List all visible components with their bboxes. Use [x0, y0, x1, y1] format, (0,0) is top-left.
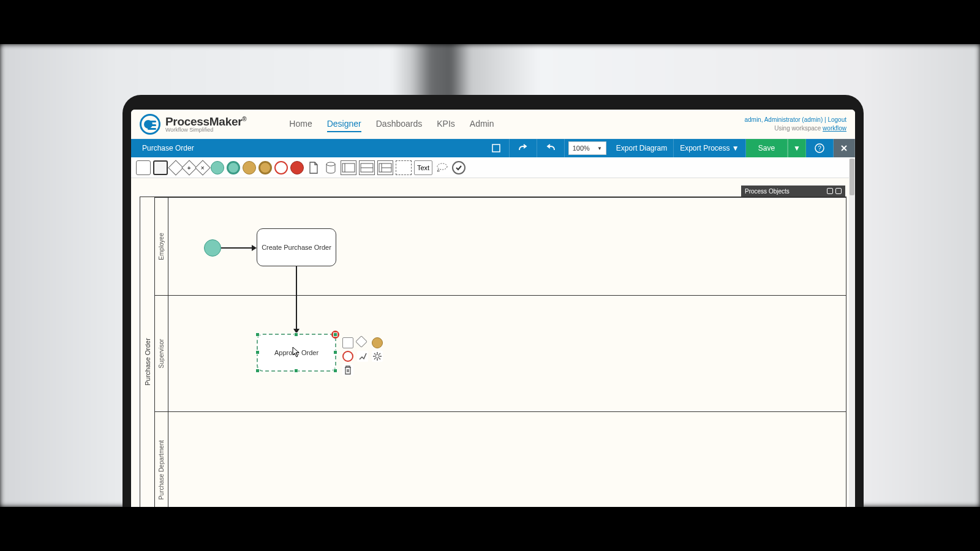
svg-line-19	[374, 358, 375, 359]
logo-icon	[140, 114, 160, 135]
panel-close-icon[interactable]	[835, 188, 842, 194]
brand-name: ProcessMaker®	[165, 116, 246, 127]
ctx-task-icon[interactable]	[342, 337, 353, 348]
edge-create-to-approve	[296, 266, 297, 330]
screen: ProcessMaker® Workflow Simplified Home D…	[131, 110, 855, 551]
letterbox-top	[0, 0, 980, 44]
redo-button[interactable]	[510, 139, 537, 157]
app-header: ProcessMaker® Workflow Simplified Home D…	[131, 110, 855, 139]
svg-line-20	[379, 353, 380, 354]
process-objects-title: Process Objects	[745, 188, 790, 195]
action-bar: Purchase Order 100% Export Diagram Expor…	[131, 139, 855, 157]
tool-datastore-icon[interactable]	[323, 160, 338, 175]
ctx-delete-icon[interactable]	[342, 364, 353, 375]
resize-handle-e[interactable]	[333, 350, 337, 354]
undo-button[interactable]	[537, 139, 565, 157]
tool-start-event-thick[interactable]	[227, 161, 240, 174]
resize-handle-w[interactable]	[255, 350, 260, 354]
export-process-button[interactable]: Export Process ▼	[674, 139, 746, 157]
resize-handle-nw[interactable]	[255, 332, 260, 337]
canvas[interactable]: Process Objects Purchase Order Employee …	[131, 178, 855, 551]
help-button[interactable]: ?	[806, 139, 834, 157]
start-event[interactable]	[204, 239, 221, 257]
ctx-end-icon[interactable]	[342, 351, 353, 362]
tool-end-event-fill[interactable]	[290, 161, 304, 174]
tool-group[interactable]	[396, 160, 412, 175]
export-diagram-button[interactable]: Export Diagram	[610, 139, 674, 157]
nav-dashboards[interactable]: Dashboards	[376, 116, 423, 132]
shape-toolbar: + × Text	[131, 157, 855, 178]
ctx-settings-icon[interactable]	[372, 351, 383, 362]
tool-text[interactable]: Text	[414, 160, 432, 175]
svg-point-11	[437, 163, 447, 170]
svg-rect-0	[492, 144, 500, 152]
brand: ProcessMaker® Workflow Simplified	[140, 114, 246, 135]
tool-task[interactable]	[136, 160, 151, 175]
svg-point-12	[375, 354, 379, 358]
workspace-link[interactable]: workflow	[823, 125, 846, 132]
tool-pool[interactable]	[341, 160, 356, 175]
ctx-connect-icon[interactable]	[357, 351, 368, 362]
context-menu	[342, 337, 384, 375]
resize-handle-se[interactable]	[333, 369, 337, 373]
tool-start-event[interactable]	[211, 161, 224, 174]
scrollbar-thumb[interactable]	[850, 159, 854, 195]
ctx-intermediate-icon[interactable]	[372, 337, 383, 348]
nav-home[interactable]: Home	[289, 116, 312, 132]
mouse-cursor	[292, 347, 301, 358]
task-create-purchase-order[interactable]: Create Purchase Order	[257, 228, 336, 266]
tool-lane[interactable]	[359, 160, 375, 175]
fullscreen-button[interactable]	[483, 139, 510, 157]
close-button[interactable]	[834, 139, 855, 157]
svg-line-17	[374, 353, 375, 354]
panel-minimize-icon[interactable]	[827, 188, 833, 194]
zoom-select[interactable]: 100%	[568, 141, 606, 155]
tool-lane2[interactable]	[377, 160, 393, 175]
tool-lasso-icon[interactable]	[435, 160, 450, 175]
lane-title-employee: Employee	[155, 198, 168, 295]
arrowhead-1	[252, 245, 257, 251]
tool-intermediate-event[interactable]	[243, 161, 256, 174]
tool-check-icon[interactable]	[452, 161, 466, 174]
tool-end-event[interactable]	[274, 161, 288, 174]
workspace-line: Using workspace workflow	[744, 124, 846, 133]
lane-employee[interactable]: Employee Create Purchase Order	[155, 197, 846, 295]
edge-start-to-create	[221, 247, 253, 249]
nav-kpis[interactable]: KPIs	[437, 116, 455, 132]
letterbox-bottom	[0, 507, 980, 551]
tool-intermediate-event-thick[interactable]	[258, 161, 272, 174]
save-dropdown[interactable]: ▼	[788, 139, 806, 157]
nav-designer[interactable]: Designer	[327, 116, 361, 132]
process-objects-panel[interactable]: Process Objects	[741, 186, 845, 197]
svg-point-3	[326, 162, 335, 166]
brand-tagline: Workflow Simplified	[165, 127, 246, 133]
pool-title: Purchase Order	[140, 197, 155, 527]
tool-document-icon[interactable]	[306, 160, 321, 175]
main-nav: Home Designer Dashboards KPIs Admin	[289, 116, 494, 132]
process-title: Purchase Order	[142, 144, 194, 152]
resize-handle-s[interactable]	[294, 369, 298, 373]
svg-rect-4	[342, 163, 355, 172]
pool[interactable]: Purchase Order Employee Create Purchase …	[140, 197, 846, 527]
ctx-gateway-icon[interactable]	[355, 335, 368, 348]
lane-title-supervisor: Supervisor	[155, 296, 168, 411]
svg-line-18	[379, 358, 380, 359]
tool-task-selected[interactable]	[153, 160, 168, 175]
user-info: admin, Administrator (admin) | Logout Us…	[744, 116, 846, 133]
nav-admin[interactable]: Admin	[470, 116, 494, 132]
tool-gateway-x[interactable]: ×	[195, 160, 210, 175]
laptop-frame: ProcessMaker® Workflow Simplified Home D…	[123, 95, 864, 551]
user-line[interactable]: admin, Administrator (admin) | Logout	[744, 116, 846, 124]
lane-supervisor[interactable]: Supervisor Approve Order 1	[155, 295, 846, 411]
resize-handle-ne[interactable]	[333, 332, 337, 337]
svg-text:?: ?	[818, 145, 821, 152]
save-button[interactable]: Save	[746, 139, 788, 157]
resize-handle-n[interactable]	[294, 332, 298, 337]
vertical-scrollbar[interactable]	[849, 159, 855, 551]
resize-handle-sw[interactable]	[255, 369, 260, 373]
